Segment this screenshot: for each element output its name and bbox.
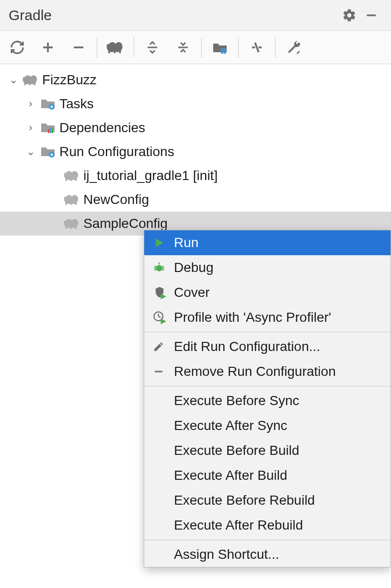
svg-marker-33 <box>161 318 166 324</box>
menu-item-exec-after-rebuild[interactable]: Execute After Rebuild <box>144 513 391 538</box>
offline-icon <box>249 40 264 55</box>
project-structure-button[interactable] <box>205 33 235 62</box>
panel-title: Gradle <box>9 7 338 23</box>
menu-item-exec-after-build[interactable]: Execute After Build <box>144 463 391 488</box>
menu-item-debug[interactable]: Debug <box>144 255 391 280</box>
run-icon <box>153 234 174 251</box>
collapse-all-button[interactable] <box>168 33 198 62</box>
svg-line-12 <box>255 43 259 52</box>
tree-item-run-configurations[interactable]: ⌄ Run Configurations <box>0 140 391 164</box>
menu-item-exec-after-sync[interactable]: Execute After Sync <box>144 413 391 438</box>
minus-icon <box>71 40 86 55</box>
menu-separator <box>144 332 391 332</box>
menu-item-exec-before-build[interactable]: Execute Before Build <box>144 438 391 463</box>
menu-item-label: Edit Run Configuration... <box>174 339 320 354</box>
refresh-icon <box>10 40 25 55</box>
run-config-item[interactable]: ij_tutorial_gradle1 [init] <box>0 164 391 188</box>
toolbar-separator <box>238 37 239 57</box>
menu-separator <box>144 540 391 540</box>
menu-item-label: Profile with 'Async Profiler' <box>174 310 331 325</box>
toolbar <box>0 31 391 64</box>
elephant-icon <box>62 190 81 209</box>
svg-line-32 <box>159 317 161 317</box>
svg-point-19 <box>51 154 53 156</box>
toolbar-separator <box>134 37 134 57</box>
svg-rect-16 <box>50 127 51 133</box>
menu-item-cover[interactable]: Cover <box>144 280 391 305</box>
run-config-item[interactable]: NewConfig <box>0 188 391 212</box>
minimize-icon <box>365 9 378 22</box>
folder-gear-icon <box>38 94 58 113</box>
menu-item-label: Execute Before Sync <box>174 393 299 408</box>
svg-point-14 <box>51 106 53 108</box>
collapse-all-icon <box>176 40 190 55</box>
svg-marker-29 <box>161 294 166 299</box>
toolbar-separator <box>275 37 276 57</box>
execute-task-button[interactable] <box>100 33 131 62</box>
run-config-label: NewConfig <box>83 192 149 207</box>
svg-line-25 <box>154 269 156 270</box>
menu-item-exec-before-sync[interactable]: Execute Before Sync <box>144 388 391 413</box>
svg-rect-15 <box>48 129 49 133</box>
svg-line-26 <box>161 269 163 270</box>
chevron-down-icon: ⌄ <box>23 146 38 158</box>
tree-root-label: FizzBuzz <box>42 72 97 88</box>
menu-item-label: Run <box>174 235 198 250</box>
gear-icon <box>342 8 356 23</box>
svg-rect-9 <box>224 51 226 54</box>
settings-button[interactable] <box>338 4 360 26</box>
tree-root[interactable]: ⌄ FizzBuzz <box>0 68 391 92</box>
refresh-button[interactable] <box>2 33 33 62</box>
tree-item-tasks[interactable]: › Tasks <box>0 92 391 116</box>
run-config-label: SampleConfig <box>83 216 168 231</box>
tree-item-label: Tasks <box>59 96 94 112</box>
expand-all-button[interactable] <box>137 33 168 62</box>
tree-item-label: Dependencies <box>59 120 145 136</box>
offline-mode-button[interactable] <box>242 33 272 62</box>
remove-button[interactable] <box>63 33 94 62</box>
context-menu: Run Debug Cover Profile with 'Async Prof… <box>144 230 391 567</box>
build-settings-button[interactable] <box>278 33 309 62</box>
menu-item-label: Execute After Build <box>174 468 288 483</box>
menu-item-profile[interactable]: Profile with 'Async Profiler' <box>144 305 391 330</box>
wrench-icon <box>286 40 301 55</box>
elephant-icon <box>106 40 125 55</box>
tree-item-label: Run Configurations <box>59 144 174 159</box>
tree-item-dependencies[interactable]: › Dependencies <box>0 116 391 140</box>
minus-icon <box>153 363 174 380</box>
menu-item-label: Remove Run Configuration <box>174 364 336 379</box>
panel-titlebar: Gradle <box>0 0 391 31</box>
clock-run-icon <box>153 309 174 326</box>
menu-separator <box>144 386 391 386</box>
gradle-tree: ⌄ FizzBuzz › Tasks › Dependencies ⌄ Run … <box>0 64 391 236</box>
elephant-icon <box>62 166 81 185</box>
folder-gear-icon <box>38 142 58 161</box>
add-button[interactable] <box>33 33 63 62</box>
project-icon <box>212 41 228 54</box>
toolbar-separator <box>97 37 97 57</box>
menu-item-label: Execute After Sync <box>174 418 288 433</box>
menu-item-label: Cover <box>174 285 210 300</box>
elephant-icon <box>21 70 40 90</box>
bug-icon <box>153 259 174 276</box>
menu-item-run[interactable]: Run <box>144 230 391 255</box>
menu-item-exec-before-rebuild[interactable]: Execute Before Rebuild <box>144 488 391 513</box>
chevron-down-icon: ⌄ <box>6 74 21 86</box>
menu-item-edit-config[interactable]: Edit Run Configuration... <box>144 334 391 359</box>
menu-item-label: Debug <box>174 260 214 275</box>
menu-item-remove-config[interactable]: Remove Run Configuration <box>144 359 391 384</box>
menu-item-assign-shortcut[interactable]: Assign Shortcut... <box>144 542 391 567</box>
svg-point-21 <box>156 265 162 271</box>
pencil-icon <box>153 338 174 355</box>
menu-item-label: Execute After Rebuild <box>174 518 303 533</box>
chevron-right-icon: › <box>23 98 38 110</box>
elephant-icon <box>62 214 81 233</box>
folder-chart-icon <box>38 118 58 137</box>
shield-run-icon <box>153 284 174 301</box>
svg-line-23 <box>154 266 156 267</box>
chevron-right-icon: › <box>23 122 38 134</box>
svg-marker-20 <box>156 238 163 247</box>
svg-rect-6 <box>221 48 223 51</box>
minimize-button[interactable] <box>360 4 382 26</box>
expand-all-icon <box>145 40 160 55</box>
